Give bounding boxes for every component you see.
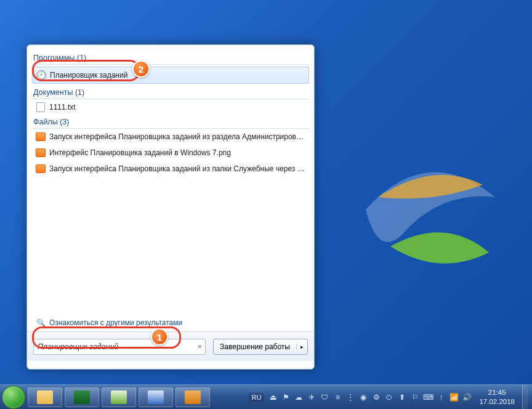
taskbar-app-media[interactable]: [175, 387, 210, 407]
tray-icon-4[interactable]: 🛡: [320, 393, 329, 402]
start-button[interactable]: [2, 386, 25, 409]
system-tray: RU ⏏⚑☁✈🛡≡⋮◉⚙⏲⬆⚐⌨↑📶🔊 21:45 17.02.2018: [249, 385, 532, 409]
taskbar-app-taskmgr[interactable]: [65, 387, 99, 407]
item-label: Интерфейс Планировщика заданий в Windows…: [49, 148, 231, 157]
tray-icon-13[interactable]: ↑: [436, 393, 446, 402]
start-menu-bottom-bar: × Завершение работы ▸: [27, 331, 314, 361]
clock-time: 21:45: [479, 388, 515, 397]
item-label: Запуск интерфейса Планировщика заданий и…: [49, 164, 305, 173]
taskbar-app-word[interactable]: [139, 387, 173, 407]
show-desktop-button[interactable]: [522, 385, 528, 410]
group-header: Документы (1): [32, 87, 309, 99]
tray-icon-10[interactable]: ⬆: [397, 393, 407, 402]
search-icon: 🔍: [36, 318, 46, 328]
taskbar: RU ⏏⚑☁✈🛡≡⋮◉⚙⏲⬆⚐⌨↑📶🔊 21:45 17.02.2018: [0, 384, 532, 409]
image-file-icon: [36, 164, 46, 174]
explorer-icon: [37, 391, 53, 404]
item-label: Планировщик заданий: [50, 71, 127, 79]
tray-icon-1[interactable]: ⚑: [281, 393, 291, 402]
task-scheduler-item[interactable]: 🕘Планировщик заданий: [32, 67, 309, 84]
word-icon: [148, 391, 164, 404]
doc-1111[interactable]: 1111.txt: [32, 99, 309, 115]
tray-icon-5[interactable]: ≡: [332, 393, 342, 402]
file-2[interactable]: Интерфейс Планировщика заданий в Windows…: [32, 145, 309, 161]
taskbar-app-excel[interactable]: [102, 387, 136, 407]
excel-icon: [111, 391, 127, 404]
tray-icon-9[interactable]: ⏲: [384, 393, 394, 402]
tray-icon-6[interactable]: ⋮: [345, 393, 355, 402]
shutdown-button[interactable]: Завершение работы ▸: [213, 339, 308, 355]
see-more-results-link[interactable]: 🔍Ознакомиться с другими результатами: [32, 314, 309, 331]
image-file-icon: [36, 132, 46, 142]
tray-icon-0[interactable]: ⏏: [268, 393, 278, 402]
tray-icon-8[interactable]: ⚙: [371, 393, 381, 402]
item-label: 1111.txt: [49, 103, 76, 111]
taskmgr-icon: [74, 391, 90, 404]
image-file-icon: [36, 148, 46, 158]
annotation-badge-1: 1: [151, 328, 168, 346]
clock-date: 17.02.2018: [479, 397, 515, 406]
file-3[interactable]: Запуск интерфейса Планировщика заданий и…: [32, 161, 309, 177]
tray-icon-3[interactable]: ✈: [307, 393, 316, 402]
text-file-icon: [36, 102, 46, 112]
tray-icon-2[interactable]: ☁: [294, 393, 304, 402]
taskbar-clock[interactable]: 21:45 17.02.2018: [475, 388, 518, 406]
item-label: Запуск интерфейса Планировщика заданий и…: [49, 132, 305, 141]
tray-icon-7[interactable]: ◉: [358, 393, 368, 402]
start-menu: Программы (1)🕘Планировщик заданийДокумен…: [26, 44, 315, 370]
file-1[interactable]: Запуск интерфейса Планировщика заданий и…: [32, 129, 309, 145]
language-indicator[interactable]: RU: [249, 392, 265, 402]
tray-icon-12[interactable]: ⌨: [423, 393, 433, 402]
taskbar-app-explorer[interactable]: [28, 387, 62, 407]
search-input[interactable]: [33, 339, 206, 355]
tray-icon-15[interactable]: 🔊: [462, 393, 472, 402]
tray-icon-14[interactable]: 📶: [449, 393, 459, 402]
shutdown-label: Завершение работы: [214, 342, 296, 351]
clock-icon: 🕘: [36, 70, 46, 80]
shutdown-options-arrow[interactable]: ▸: [296, 344, 307, 350]
group-header: Файлы (3): [32, 116, 309, 129]
clear-search-icon[interactable]: ×: [198, 342, 202, 351]
windows-logo-swirl: [341, 123, 514, 296]
tray-icon-11[interactable]: ⚐: [410, 393, 420, 402]
group-header: Программы (1): [32, 52, 309, 65]
media-icon: [185, 391, 201, 404]
annotation-badge-2: 2: [132, 60, 150, 78]
more-results-label: Ознакомиться с другими результатами: [49, 318, 182, 327]
